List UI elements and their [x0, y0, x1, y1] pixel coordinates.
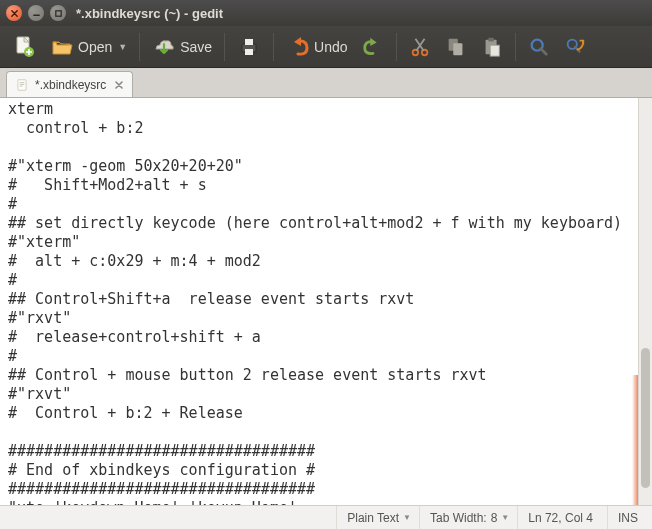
window-maximize-button[interactable] [50, 5, 66, 21]
paste-button[interactable] [475, 30, 509, 64]
vertical-scrollbar[interactable] [638, 98, 652, 505]
toolbar-separator [139, 33, 140, 61]
tab-xbindkeysrc[interactable]: *.xbindkeysrc [6, 71, 133, 97]
copy-icon [445, 36, 467, 58]
toolbar: Open ▼ Save Undo [0, 26, 652, 68]
document-icon [15, 78, 29, 92]
undo-label: Undo [314, 39, 347, 55]
replace-button[interactable] [558, 30, 592, 64]
dropdown-arrow-icon: ▼ [403, 513, 411, 522]
editor-area: xterm control + b:2 #"xterm -geom 50x20+… [0, 98, 652, 505]
open-dropdown-arrow[interactable]: ▼ [118, 42, 127, 52]
cut-button[interactable] [403, 30, 437, 64]
tab-width-selector[interactable]: Tab Width: 8 ▼ [419, 506, 517, 529]
syntax-mode-selector[interactable]: Plain Text ▼ [336, 506, 419, 529]
save-button[interactable]: Save [146, 30, 218, 64]
undo-icon [286, 35, 310, 59]
undo-button[interactable]: Undo [280, 30, 353, 64]
editor-content: xterm control + b:2 #"xterm -geom 50x20+… [8, 100, 622, 505]
save-label: Save [180, 39, 212, 55]
svg-rect-0 [55, 10, 60, 15]
svg-rect-11 [488, 37, 494, 41]
paste-icon [481, 36, 503, 58]
print-icon [237, 35, 261, 59]
toolbar-separator [273, 33, 274, 61]
scroll-thumb[interactable] [641, 348, 650, 488]
tab-label: *.xbindkeysrc [35, 78, 106, 92]
toolbar-separator [396, 33, 397, 61]
syntax-mode-label: Plain Text [347, 511, 399, 525]
insert-mode-label: INS [618, 511, 638, 525]
svg-rect-5 [245, 49, 253, 55]
print-button[interactable] [231, 30, 267, 64]
window-minimize-button[interactable] [28, 5, 44, 21]
tab-bar: *.xbindkeysrc [0, 68, 652, 98]
svg-rect-12 [490, 45, 499, 56]
cursor-position: Ln 72, Col 4 [517, 506, 607, 529]
toolbar-separator [224, 33, 225, 61]
cut-icon [409, 36, 431, 58]
open-folder-icon [50, 35, 74, 59]
save-icon [152, 35, 176, 59]
titlebar: *.xbindkeysrc (~) - gedit [0, 0, 652, 26]
open-button[interactable]: Open ▼ [44, 30, 133, 64]
svg-rect-15 [18, 79, 26, 90]
search-icon [528, 36, 550, 58]
tab-width-label: Tab Width: [430, 511, 487, 525]
cursor-position-label: Ln 72, Col 4 [528, 511, 593, 525]
insert-mode[interactable]: INS [607, 506, 652, 529]
redo-button[interactable] [356, 30, 390, 64]
replace-icon [564, 36, 586, 58]
status-bar: Plain Text ▼ Tab Width: 8 ▼ Ln 72, Col 4… [0, 505, 652, 529]
new-file-icon [12, 35, 36, 59]
window-title: *.xbindkeysrc (~) - gedit [76, 6, 223, 21]
text-editor[interactable]: xterm control + b:2 #"xterm -geom 50x20+… [0, 98, 638, 505]
svg-rect-4 [245, 39, 253, 45]
tab-close-button[interactable] [112, 78, 126, 92]
tab-width-value: 8 [491, 511, 498, 525]
open-label: Open [78, 39, 112, 55]
svg-rect-9 [453, 43, 462, 55]
copy-button[interactable] [439, 30, 473, 64]
redo-icon [362, 36, 384, 58]
window-close-button[interactable] [6, 5, 22, 21]
new-file-button[interactable] [6, 30, 42, 64]
find-button[interactable] [522, 30, 556, 64]
dropdown-arrow-icon: ▼ [501, 513, 509, 522]
toolbar-separator [515, 33, 516, 61]
